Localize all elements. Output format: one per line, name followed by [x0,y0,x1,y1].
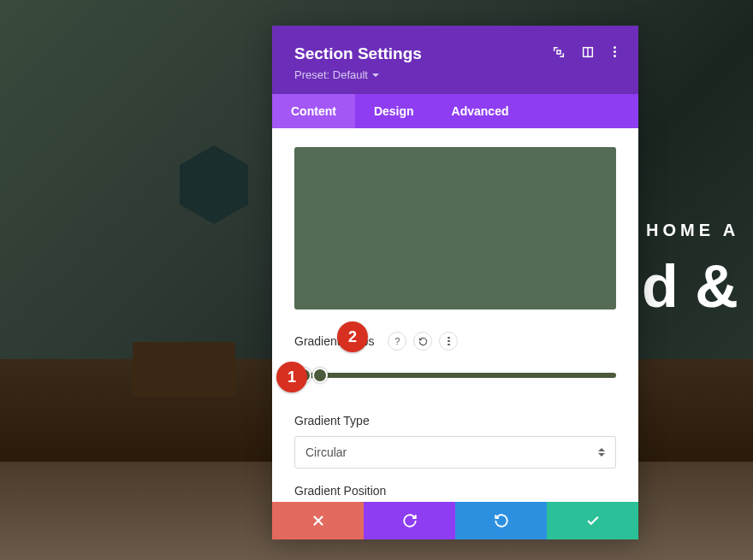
tabs-row: Content Design Advanced [272,94,638,128]
settings-panel: Section Settings Preset: Default Content… [272,26,638,539]
gradient-type-select[interactable]: Circular [294,436,616,469]
expand-icon[interactable] [552,45,566,59]
cancel-button[interactable] [272,502,364,539]
panel-body[interactable]: Gradient Stops ? Gradient Type Circular [272,128,638,502]
more-options-icon[interactable] [610,44,620,59]
preset-label: Preset: Default [294,68,368,81]
header-icon-row [552,44,620,59]
gradient-type-value: Circular [305,445,347,459]
gradient-position-section: Gradient Position [294,484,616,498]
save-button[interactable] [547,502,638,539]
background-box [133,342,235,398]
split-view-icon[interactable] [581,45,595,59]
redo-button[interactable] [455,502,547,539]
gradient-position-label: Gradient Position [294,484,616,498]
hero-title: d & [642,252,738,321]
undo-button[interactable] [364,502,455,539]
select-arrows-icon [598,448,605,457]
slider-handle-2[interactable] [312,368,328,383]
annotation-2: 2 [337,321,368,352]
panel-header: Section Settings Preset: Default [272,26,638,94]
preset-dropdown[interactable]: Preset: Default [294,68,379,81]
gradient-preview[interactable] [294,147,616,309]
tab-advanced[interactable]: Advanced [433,94,528,128]
annotation-1: 1 [276,362,307,392]
gradient-stops-slider[interactable] [294,366,616,385]
svg-rect-0 [557,50,560,54]
hero-subtitle: HOME A [646,221,739,240]
tab-design[interactable]: Design [355,94,433,128]
field-more-icon[interactable] [439,332,458,351]
gradient-type-label: Gradient Type [294,414,616,427]
gradient-type-section: Gradient Type Circular [294,414,616,469]
panel-footer [272,502,638,539]
reset-icon[interactable] [413,332,432,351]
tab-content[interactable]: Content [272,94,355,128]
slider-track[interactable] [294,373,616,378]
help-icon[interactable]: ? [388,332,406,351]
gradient-stops-actions: ? [388,332,458,351]
